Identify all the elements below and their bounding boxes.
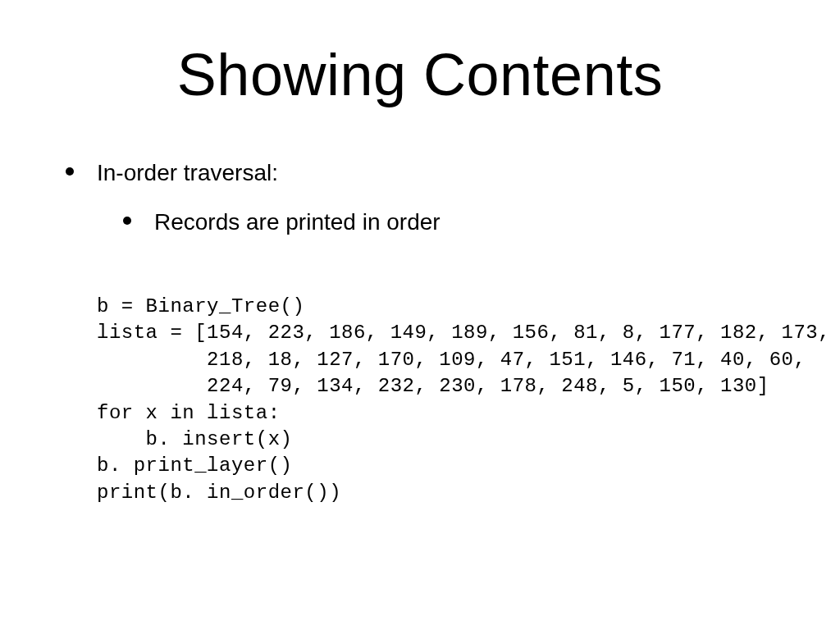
code-block: b = Binary_Tree() lista = [154, 223, 186… [97, 294, 807, 506]
bullet-dot-icon [66, 167, 74, 176]
slide: Showing Contents In-order traversal: Rec… [0, 0, 840, 630]
slide-title: Showing Contents [0, 41, 840, 108]
bullet-item-1: In-order traversal: [66, 160, 791, 186]
bullet-dot-icon [123, 217, 131, 225]
bullet-item-2: Records are printed in order [123, 209, 791, 235]
bullet-list: In-order traversal: Records are printed … [66, 160, 791, 250]
bullet-text-2: Records are printed in order [154, 209, 441, 235]
bullet-text-1: In-order traversal: [97, 160, 278, 186]
